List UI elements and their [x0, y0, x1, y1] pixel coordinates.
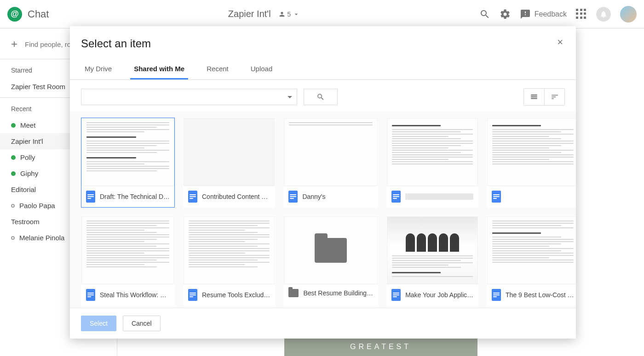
tab-shared-with-me[interactable]: Shared with Me [130, 59, 188, 79]
file-name: Danny's [302, 193, 325, 200]
feedback-label: Feedback [535, 10, 567, 18]
chat-logo-icon [7, 7, 22, 22]
sidebar-item-label: Polly [20, 153, 35, 161]
docs-icon [188, 191, 197, 203]
docs-icon [391, 191, 401, 203]
file-thumbnail [387, 216, 478, 284]
docs-icon [86, 191, 95, 203]
select-button[interactable]: Select [81, 316, 116, 331]
sidebar-item-label: Meet [20, 121, 35, 129]
presence-dot-icon [11, 155, 16, 160]
file-name: Make Your Job Applic… [405, 291, 473, 299]
gear-icon[interactable] [500, 9, 511, 20]
file-thumbnail [184, 216, 275, 284]
sidebar-item-label: Zapier Int'l [11, 137, 43, 145]
list-view-icon [530, 93, 538, 101]
search-button[interactable] [304, 89, 338, 105]
presence-dot-icon [11, 204, 15, 208]
sidebar-item-label: Testroom [11, 218, 40, 226]
file-name: Contributed Content … [202, 193, 268, 200]
docs-icon [492, 289, 501, 301]
notifications-button[interactable] [596, 7, 611, 22]
person-icon [278, 11, 286, 18]
sidebar-item-label: Giphy [20, 170, 38, 177]
file-thumbnail [487, 118, 576, 186]
bell-icon [599, 10, 608, 18]
file-thumbnail [81, 118, 174, 186]
room-name[interactable]: Zapier Int'l [228, 9, 271, 19]
feedback-icon [520, 9, 531, 20]
file-grid: Draft: The Technical D… Contributed Cont… [81, 118, 565, 306]
app-bar: Chat Zapier Int'l 5 Feedback [0, 0, 644, 28]
dialog-footer: Select Cancel [70, 308, 576, 339]
file-card[interactable] [386, 118, 478, 208]
file-name: Resume Tools Exclud… [202, 291, 270, 299]
sidebar-item-label: Paolo Papa [19, 202, 55, 209]
docs-icon [86, 289, 95, 301]
docs-icon [288, 191, 298, 203]
member-count-dropdown[interactable]: 5 [278, 11, 300, 18]
file-thumbnail [184, 118, 275, 186]
file-name: Steal This Workflow: … [100, 291, 167, 299]
view-list-button[interactable] [524, 89, 544, 105]
tab-upload[interactable]: Upload [247, 59, 276, 79]
file-thumbnail [284, 118, 378, 186]
sidebar-item-label: Zapier Test Room [11, 83, 65, 90]
sort-az-icon [551, 93, 559, 101]
file-card[interactable]: The 9 Best Low-Cost … [487, 216, 576, 306]
file-card[interactable]: Danny's [283, 118, 378, 208]
file-thumbnail [81, 216, 174, 284]
file-name: Best Resume Building… [303, 289, 373, 297]
sort-az-button[interactable] [544, 89, 564, 105]
account-avatar[interactable] [620, 6, 637, 23]
tab-recent[interactable]: Recent [203, 59, 232, 79]
view-toggle-group [523, 88, 565, 106]
file-card[interactable] [487, 118, 576, 208]
search-icon [316, 93, 325, 101]
docs-icon [391, 289, 401, 301]
chevron-down-icon [293, 11, 300, 18]
video-preview: GREATEST [284, 338, 477, 356]
dialog-header: Select an item × [70, 26, 576, 54]
file-thumbnail [487, 216, 576, 284]
file-name: The 9 Best Low-Cost … [506, 291, 574, 299]
file-card[interactable]: Contributed Content … [183, 118, 275, 208]
product-name: Chat [28, 8, 49, 20]
appbar-left: Chat [7, 7, 49, 22]
presence-dot-icon [11, 236, 15, 240]
apps-icon[interactable] [576, 9, 587, 20]
file-card[interactable]: Draft: The Technical D… [81, 118, 175, 208]
feedback-button[interactable]: Feedback [520, 9, 567, 20]
file-name: Draft: The Technical D… [100, 193, 170, 200]
sidebar-item-label: Melanie Pinola [19, 234, 64, 242]
file-card[interactable]: Steal This Workflow: … [81, 216, 175, 306]
appbar-center: Zapier Int'l 5 [49, 9, 479, 19]
presence-dot-icon [11, 171, 16, 176]
close-button[interactable]: × [555, 37, 565, 47]
plus-icon: + [11, 38, 17, 51]
file-card[interactable]: Make Your Job Applic… [386, 216, 478, 306]
file-card[interactable]: Resume Tools Exclud… [183, 216, 275, 306]
file-grid-scroll[interactable]: Draft: The Technical D… Contributed Cont… [70, 111, 576, 308]
search-icon[interactable] [479, 9, 490, 20]
dialog-title: Select an item [81, 37, 151, 50]
presence-dot-icon [11, 123, 16, 128]
folder-icon [315, 238, 347, 263]
sidebar-item-label: Editorial [11, 186, 36, 193]
picker-tabs: My Drive Shared with Me Recent Upload [70, 59, 576, 80]
member-count-value: 5 [288, 11, 291, 18]
file-name-redacted [405, 193, 473, 200]
docs-icon [492, 191, 501, 203]
docs-icon [188, 289, 197, 301]
tab-my-drive[interactable]: My Drive [81, 59, 115, 79]
file-thumbnail [284, 216, 378, 284]
folder-icon [288, 289, 299, 297]
file-picker-dialog: Select an item × My Drive Shared with Me… [70, 26, 576, 339]
picker-toolbar [70, 80, 576, 111]
video-text: GREATEST [350, 343, 411, 351]
cancel-button[interactable]: Cancel [123, 316, 161, 331]
file-thumbnail [387, 118, 478, 186]
filter-dropdown[interactable] [81, 89, 297, 105]
file-card[interactable]: Best Resume Building… [283, 216, 378, 306]
appbar-right: Feedback [479, 6, 637, 23]
